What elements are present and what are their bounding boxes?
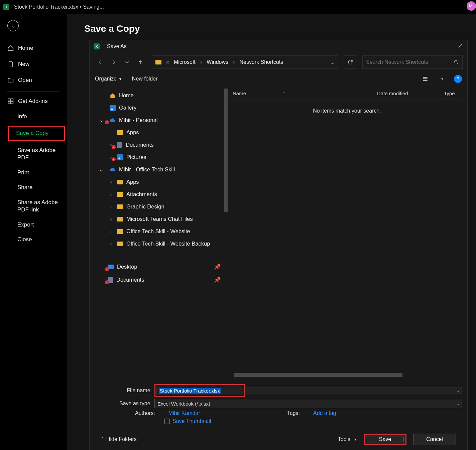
- sync-error-icon: ×: [105, 280, 109, 284]
- back-button[interactable]: [7, 20, 19, 31]
- chevron-down-icon: ▼: [354, 438, 357, 441]
- tools-menu[interactable]: Tools ▼: [338, 436, 357, 442]
- breadcrumb-item[interactable]: Windows: [207, 59, 228, 65]
- tree-item[interactable]: ›Apps: [91, 176, 228, 188]
- refresh-button[interactable]: [344, 55, 357, 69]
- folder-icon: [117, 242, 123, 246]
- nav-export[interactable]: Export: [0, 217, 67, 232]
- tree-label: Desktop: [117, 264, 137, 270]
- sort-asc-icon: ˄: [283, 91, 285, 96]
- thumbnail-checkbox[interactable]: [164, 419, 170, 424]
- svg-rect-0: [8, 99, 11, 101]
- savetype-dropdown[interactable]: Excel Workbook (*.xlsx)⌄: [154, 399, 462, 408]
- tree-item[interactable]: ›Office Tech Skill - Website Backup: [91, 238, 228, 250]
- tree-item[interactable]: ›Apps: [91, 126, 228, 139]
- nav-new-label: New: [18, 61, 29, 67]
- chevron-right-icon[interactable]: ›: [108, 130, 114, 135]
- chevron-down-icon[interactable]: ⌄: [457, 389, 460, 393]
- nav-up-icon[interactable]: [134, 56, 146, 68]
- chevron-down-icon[interactable]: ⌄: [99, 166, 104, 173]
- nav-print[interactable]: Print: [0, 165, 67, 180]
- new-folder-button[interactable]: New folder: [132, 76, 157, 82]
- folder-icon: [117, 192, 123, 197]
- chevron-right-icon[interactable]: ›: [108, 179, 114, 185]
- nav-info[interactable]: Info: [0, 109, 67, 124]
- nav-open[interactable]: Open: [0, 72, 67, 88]
- excel-icon: X: [3, 4, 9, 10]
- help-icon[interactable]: ?: [454, 75, 462, 83]
- svg-rect-3: [11, 102, 13, 104]
- quick-desktop[interactable]: ×Desktop📌: [91, 260, 228, 273]
- filename-value: Stock Portfolio Tracker.xlsx: [159, 388, 221, 394]
- chevron-down-icon[interactable]: ⌄: [99, 117, 104, 123]
- chevron-right-icon[interactable]: ›: [108, 192, 114, 197]
- svg-rect-6: [423, 79, 427, 80]
- nav-save-adobe[interactable]: Save as Adobe PDF: [0, 143, 67, 165]
- tree-item[interactable]: ›×Pictures: [91, 151, 228, 163]
- sync-error-icon: ×: [112, 157, 116, 161]
- chevron-right-icon[interactable]: ›: [108, 216, 114, 222]
- close-icon[interactable]: [457, 43, 463, 50]
- tree-personal[interactable]: ⌄ × Mihir - Personal: [91, 114, 228, 126]
- tree-item[interactable]: ›Graphic Design: [91, 200, 228, 213]
- breadcrumb-item[interactable]: Microsoft: [174, 59, 196, 65]
- col-date[interactable]: Date modified: [372, 87, 439, 100]
- hide-folders-toggle[interactable]: ˄Hide Folders: [101, 436, 137, 443]
- chevron-right-icon[interactable]: ›: [108, 241, 114, 247]
- nav-forward-icon[interactable]: [108, 56, 120, 68]
- recent-dropdown-icon[interactable]: [121, 56, 133, 68]
- dialog-footer: ˄Hide Folders Tools ▼ Save Cancel: [95, 426, 462, 446]
- tree-item[interactable]: ›×Documents: [91, 139, 228, 151]
- quick-documents[interactable]: ×Documents📌: [91, 273, 228, 286]
- col-type[interactable]: Type: [439, 87, 466, 100]
- nav-close[interactable]: Close: [0, 232, 67, 247]
- breadcrumb[interactable]: « Microsoft › Windows › Network Shortcut…: [152, 55, 338, 69]
- tree-item[interactable]: ›Microsoft Teams Chat Files: [91, 213, 228, 225]
- nav-save-copy[interactable]: Save a Copy: [8, 126, 65, 141]
- avatar[interactable]: MI: [467, 1, 476, 11]
- folder-tree: Home Gallery ⌄ × Mihir - Personal ›Apps …: [91, 87, 228, 379]
- pin-icon[interactable]: 📌: [214, 264, 221, 270]
- pin-icon[interactable]: 📌: [214, 277, 221, 283]
- save-button[interactable]: Save: [367, 437, 403, 442]
- filename-input[interactable]: Stock Portfolio Tracker.xlsx: [156, 386, 243, 395]
- thumbnail-row: Save Thumbnail: [95, 418, 462, 424]
- filename-input-extend[interactable]: ⌄: [245, 386, 462, 395]
- cancel-button[interactable]: Cancel: [413, 434, 456, 445]
- chevron-right-icon[interactable]: ›: [108, 204, 114, 209]
- chevron-right-icon[interactable]: ›: [108, 229, 114, 234]
- pictures-icon: [117, 154, 123, 160]
- view-options-icon[interactable]: [420, 74, 431, 84]
- tags-add[interactable]: Add a tag: [313, 410, 336, 416]
- nav-new[interactable]: New: [0, 56, 67, 72]
- col-name[interactable]: Name˄: [228, 87, 372, 100]
- chevron-down-icon[interactable]: ⌄: [330, 59, 335, 65]
- nav-back-icon[interactable]: [94, 56, 106, 68]
- authors-value[interactable]: Mihir Kamdar: [168, 410, 200, 416]
- thumbnail-label[interactable]: Save Thumbnail: [172, 418, 211, 424]
- tree-item[interactable]: ›Attachments: [91, 188, 228, 200]
- tree-gallery[interactable]: Gallery: [91, 102, 228, 114]
- folder-icon: [155, 60, 161, 64]
- nav-share-adobe[interactable]: Share as Adobe PDF link: [0, 195, 67, 217]
- chevron-down-icon: ▼: [119, 77, 122, 81]
- tree-home[interactable]: Home: [91, 89, 228, 102]
- breadcrumb-item[interactable]: Network Shortcuts: [239, 59, 283, 65]
- search-field[interactable]: [366, 59, 450, 65]
- tree-label: Documents: [126, 142, 153, 148]
- nav-share[interactable]: Share: [0, 180, 67, 195]
- nav-addins[interactable]: Get Add-ins: [0, 93, 67, 109]
- filename-label: File name:: [95, 388, 152, 394]
- organize-menu[interactable]: Organize ▼: [95, 76, 122, 82]
- chevron-down-icon[interactable]: ⌄: [457, 402, 460, 406]
- nav-home[interactable]: Home: [0, 40, 67, 56]
- chevron-down-icon[interactable]: ▼: [441, 77, 444, 81]
- tree-item[interactable]: ›Office Tech Skill - Website: [91, 225, 228, 238]
- nav-addins-label: Get Add-ins: [18, 98, 48, 105]
- page-title: Save a Copy: [84, 23, 476, 34]
- breadcrumb-prefix: «: [166, 59, 169, 65]
- file-list-pane: Name˄ Date modified Type No items match …: [228, 87, 466, 379]
- scrollbar[interactable]: [234, 373, 402, 377]
- search-input[interactable]: [362, 55, 463, 69]
- tree-work[interactable]: ⌄ Mihir - Office Tech Skill: [91, 163, 228, 176]
